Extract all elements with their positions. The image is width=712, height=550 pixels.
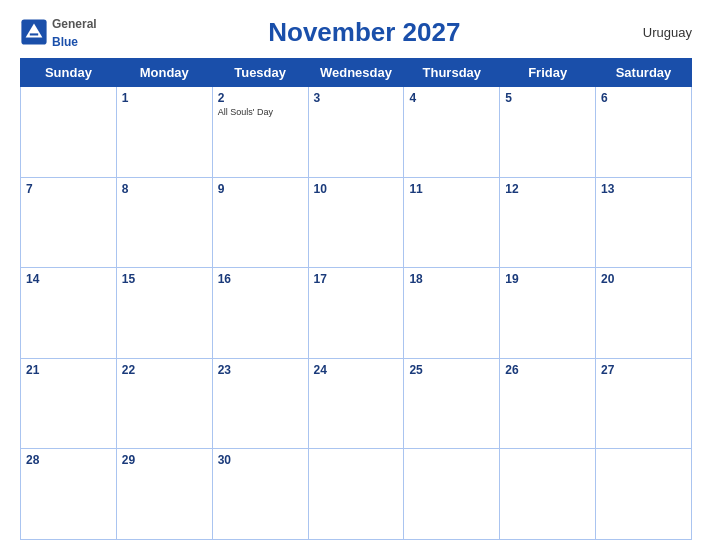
calendar-cell: 15	[116, 268, 212, 359]
week-row-2: 14151617181920	[21, 268, 692, 359]
calendar-cell: 3	[308, 87, 404, 178]
logo-text: General Blue	[52, 14, 97, 50]
day-header-friday: Friday	[500, 59, 596, 87]
calendar-cell: 6	[596, 87, 692, 178]
day-number: 30	[218, 453, 303, 467]
week-row-1: 78910111213	[21, 177, 692, 268]
calendar-cell: 11	[404, 177, 500, 268]
day-number: 27	[601, 363, 686, 377]
calendar-cell: 21	[21, 358, 117, 449]
day-number: 11	[409, 182, 494, 196]
day-number: 12	[505, 182, 590, 196]
logo-blue: Blue	[52, 35, 78, 49]
calendar-cell: 28	[21, 449, 117, 540]
calendar-cell: 9	[212, 177, 308, 268]
calendar-cell: 24	[308, 358, 404, 449]
day-header-monday: Monday	[116, 59, 212, 87]
calendar-cell	[308, 449, 404, 540]
day-header-saturday: Saturday	[596, 59, 692, 87]
day-number: 18	[409, 272, 494, 286]
calendar-table: SundayMondayTuesdayWednesdayThursdayFrid…	[20, 58, 692, 540]
day-number: 2	[218, 91, 303, 105]
day-header-sunday: Sunday	[21, 59, 117, 87]
calendar-cell: 10	[308, 177, 404, 268]
calendar-cell: 17	[308, 268, 404, 359]
day-number: 23	[218, 363, 303, 377]
calendar-cell: 5	[500, 87, 596, 178]
calendar-cell: 27	[596, 358, 692, 449]
holiday-label: All Souls' Day	[218, 107, 303, 117]
day-header-thursday: Thursday	[404, 59, 500, 87]
calendar-title: November 2027	[97, 17, 632, 48]
logo-general: General	[52, 17, 97, 31]
calendar-cell: 4	[404, 87, 500, 178]
day-number: 20	[601, 272, 686, 286]
day-number: 15	[122, 272, 207, 286]
day-header-tuesday: Tuesday	[212, 59, 308, 87]
day-number: 26	[505, 363, 590, 377]
calendar-cell: 14	[21, 268, 117, 359]
day-number: 21	[26, 363, 111, 377]
calendar-cell: 13	[596, 177, 692, 268]
calendar-cell: 29	[116, 449, 212, 540]
calendar-cell: 26	[500, 358, 596, 449]
logo-icon	[20, 18, 48, 46]
calendar-header: General Blue November 2027 Uruguay	[20, 10, 692, 54]
svg-rect-2	[30, 33, 38, 35]
calendar-cell: 16	[212, 268, 308, 359]
day-number: 24	[314, 363, 399, 377]
calendar-cell: 18	[404, 268, 500, 359]
calendar-cell: 19	[500, 268, 596, 359]
calendar-cell	[596, 449, 692, 540]
day-number: 16	[218, 272, 303, 286]
day-header-wednesday: Wednesday	[308, 59, 404, 87]
day-number: 3	[314, 91, 399, 105]
logo: General Blue	[20, 14, 97, 50]
calendar-cell: 1	[116, 87, 212, 178]
calendar-cell: 30	[212, 449, 308, 540]
calendar-cell: 23	[212, 358, 308, 449]
week-row-4: 282930	[21, 449, 692, 540]
week-row-0: 12All Souls' Day3456	[21, 87, 692, 178]
day-number: 13	[601, 182, 686, 196]
day-number: 1	[122, 91, 207, 105]
day-number: 10	[314, 182, 399, 196]
day-number: 29	[122, 453, 207, 467]
day-number: 17	[314, 272, 399, 286]
calendar-cell: 12	[500, 177, 596, 268]
day-number: 8	[122, 182, 207, 196]
calendar-cell: 2All Souls' Day	[212, 87, 308, 178]
day-number: 6	[601, 91, 686, 105]
calendar-cell: 20	[596, 268, 692, 359]
calendar-cell: 25	[404, 358, 500, 449]
day-number: 9	[218, 182, 303, 196]
day-number: 14	[26, 272, 111, 286]
days-header-row: SundayMondayTuesdayWednesdayThursdayFrid…	[21, 59, 692, 87]
day-number: 25	[409, 363, 494, 377]
calendar-cell	[500, 449, 596, 540]
day-number: 22	[122, 363, 207, 377]
day-number: 7	[26, 182, 111, 196]
country-label: Uruguay	[632, 25, 692, 40]
day-number: 5	[505, 91, 590, 105]
day-number: 19	[505, 272, 590, 286]
calendar-cell	[404, 449, 500, 540]
day-number: 28	[26, 453, 111, 467]
day-number: 4	[409, 91, 494, 105]
calendar-cell: 22	[116, 358, 212, 449]
week-row-3: 21222324252627	[21, 358, 692, 449]
calendar-cell: 8	[116, 177, 212, 268]
calendar-cell	[21, 87, 117, 178]
calendar-cell: 7	[21, 177, 117, 268]
